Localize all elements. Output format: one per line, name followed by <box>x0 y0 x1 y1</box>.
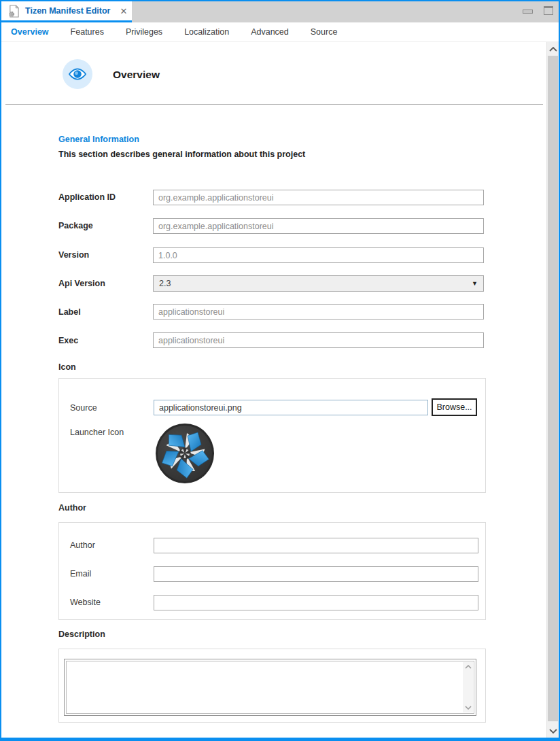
api-version-label: Api Version <box>58 279 105 288</box>
minimize-icon[interactable] <box>523 10 533 14</box>
description-groupbox <box>58 649 486 723</box>
email-field[interactable] <box>154 566 478 582</box>
exec-label: Exec <box>58 336 78 345</box>
description-textarea[interactable] <box>64 659 476 716</box>
manifest-nav: Overview Features Privileges Localizatio… <box>1 22 559 42</box>
package-field[interactable] <box>153 218 484 234</box>
icon-source-field[interactable] <box>154 400 428 415</box>
description-scrollbar[interactable] <box>463 662 473 712</box>
section-subtitle: This section describes general informati… <box>58 150 305 159</box>
chevron-down-icon: ▼ <box>472 280 478 287</box>
version-field[interactable] <box>153 247 484 263</box>
application-id-field[interactable] <box>153 190 484 205</box>
package-label: Package <box>58 221 93 230</box>
icon-groupbox: Source Browse... Launcher Icon <box>58 378 486 493</box>
exec-field[interactable] <box>153 332 484 348</box>
author-section-title: Author <box>58 503 86 513</box>
scrollbar-thumb[interactable] <box>548 56 558 721</box>
close-icon[interactable]: ✕ <box>120 7 127 16</box>
tab-advanced[interactable]: Advanced <box>251 27 289 37</box>
window-controls <box>523 6 553 15</box>
vertical-scrollbar[interactable] <box>546 42 559 738</box>
scroll-down-button[interactable] <box>547 724 559 738</box>
application-id-label: Application ID <box>58 192 116 202</box>
tab-privileges[interactable]: Privileges <box>126 27 162 37</box>
label-field[interactable] <box>153 304 484 320</box>
chevron-up-icon <box>549 47 557 52</box>
icon-section-title: Icon <box>58 362 76 372</box>
description-textarea-inner <box>66 661 474 714</box>
page-title: Overview <box>113 69 160 81</box>
eye-icon <box>63 59 92 89</box>
author-field[interactable] <box>154 538 478 553</box>
maximize-icon[interactable] <box>544 6 553 15</box>
source-label: Source <box>70 403 97 413</box>
browse-button[interactable]: Browse... <box>432 398 477 416</box>
scroll-up-button[interactable] <box>547 42 559 56</box>
editor-tab-title: Tizen Manifest Editor <box>25 6 110 16</box>
website-label: Website <box>70 598 101 607</box>
version-label: Version <box>58 250 89 260</box>
chevron-down-icon[interactable] <box>465 706 472 710</box>
website-field[interactable] <box>154 595 478 610</box>
launcher-icon-label: Launcher Icon <box>70 428 124 437</box>
chevron-up-icon[interactable] <box>465 665 472 669</box>
api-version-dropdown[interactable]: 2.3 ▼ <box>153 275 484 292</box>
manifest-file-icon <box>8 5 20 18</box>
email-label: Email <box>70 569 91 579</box>
header-divider <box>5 104 543 105</box>
tab-features[interactable]: Features <box>71 27 104 37</box>
editor-tab-tizen-manifest[interactable]: Tizen Manifest Editor ✕ <box>1 1 132 22</box>
author-label: Author <box>70 540 95 550</box>
chevron-down-icon <box>549 729 557 734</box>
tab-source[interactable]: Source <box>311 27 338 37</box>
author-groupbox: Author Email Website <box>58 522 486 620</box>
section-title: General Information <box>58 135 139 144</box>
editor-tabstrip: Tizen Manifest Editor ✕ <box>1 1 559 22</box>
label-label: Label <box>58 307 81 317</box>
api-version-value: 2.3 <box>159 279 171 288</box>
manifest-editor-window: Tizen Manifest Editor ✕ Overview Feature… <box>0 0 560 741</box>
description-section-title: Description <box>58 630 105 639</box>
tab-overview[interactable]: Overview <box>11 27 49 37</box>
pinwheel-app-icon <box>155 423 215 487</box>
tab-localization[interactable]: Localization <box>184 27 229 37</box>
